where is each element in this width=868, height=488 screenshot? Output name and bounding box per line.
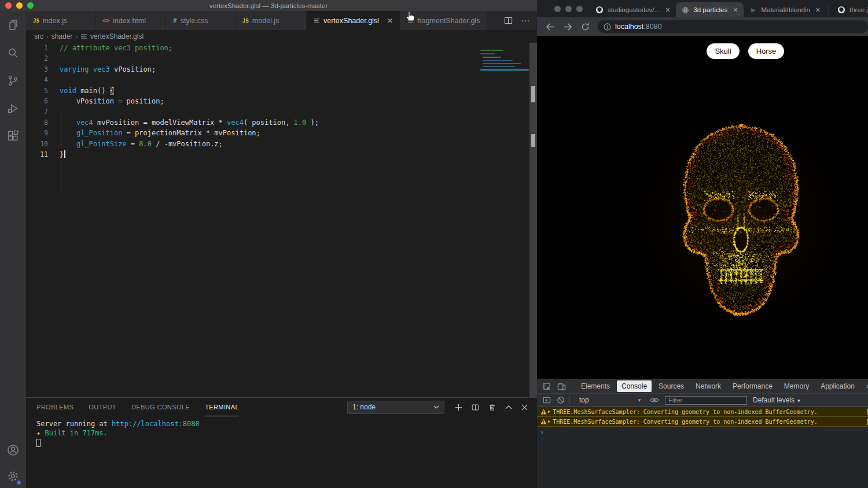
close-tab-icon[interactable]: ✕: [731, 6, 739, 14]
panel-tab-debug-console[interactable]: DEBUG CONSOLE: [131, 398, 190, 416]
line-number: 4: [26, 75, 48, 85]
site-info-icon[interactable]: [604, 23, 611, 31]
devtools-tab-memory[interactable]: Memory: [779, 380, 814, 392]
close-window-button[interactable]: [554, 6, 561, 12]
code-line-1[interactable]: 1// attribute vec3 position;: [26, 43, 537, 53]
github-favicon: [595, 6, 604, 14]
maximize-panel-icon[interactable]: [505, 405, 512, 409]
terminal-cursor: [36, 439, 41, 447]
code-text: varying vec3 vPosition;: [48, 64, 156, 75]
zoom-window-button[interactable]: [576, 6, 583, 12]
terminal-shell-select[interactable]: 1: node: [347, 401, 444, 414]
code-line-2[interactable]: 2: [26, 53, 537, 64]
caret-down-icon: ▼: [796, 398, 801, 404]
close-panel-icon[interactable]: [521, 404, 528, 411]
breadcrumb-item[interactable]: shader: [52, 32, 73, 40]
editor-tabs: JSindex.js<>index.html#style.cssJSmodel.…: [26, 11, 487, 30]
close-tab-icon[interactable]: ✕: [814, 6, 822, 14]
editor-tab-index.html[interactable]: <>index.html: [95, 11, 166, 30]
devtools-tab-sources[interactable]: Sources: [654, 380, 689, 392]
close-tab-icon[interactable]: ✕: [386, 17, 394, 25]
split-editor-icon[interactable]: [504, 16, 513, 25]
close-tab-icon[interactable]: ✕: [664, 6, 671, 14]
code-line-6[interactable]: 6 vPosition = position;: [26, 96, 537, 106]
minimap[interactable]: [480, 50, 529, 84]
devtools-tab-performance[interactable]: Performance: [728, 380, 777, 392]
panel-tab-problems[interactable]: PROBLEMS: [36, 398, 73, 416]
browser-tab-3d-particles[interactable]: 3d particles✕: [676, 2, 744, 17]
code-line-9[interactable]: 9 gl_Position = projectionMatrix * mvPos…: [26, 128, 537, 138]
devtools-tab-console[interactable]: Console: [617, 380, 652, 392]
settings-icon[interactable]: [0, 464, 26, 488]
minimize-window-button[interactable]: [565, 6, 572, 12]
devtools-tab-elements[interactable]: Elements: [576, 380, 615, 392]
particle-skull-canvas[interactable]: [537, 36, 868, 379]
code-line-10[interactable]: 10 gl_PointSize = 8.0 / -mvPosition.z;: [26, 139, 537, 149]
eye-icon[interactable]: [650, 397, 659, 404]
reload-icon[interactable]: [581, 23, 590, 31]
panel-tab-terminal[interactable]: TERMINAL: [205, 398, 239, 416]
search-icon[interactable]: [0, 39, 26, 66]
console-warning-row[interactable]: ▶THREE.MeshSurfaceSampler: Converting ge…: [537, 417, 868, 427]
panel-tab-output[interactable]: OUTPUT: [89, 398, 116, 416]
device-toolbar-icon[interactable]: [557, 382, 566, 391]
clear-console-icon[interactable]: [557, 396, 565, 404]
editor-scrollbar[interactable]: [529, 43, 537, 409]
back-icon[interactable]: [545, 23, 555, 31]
terminal-link[interactable]: http://localhost:8080: [112, 420, 200, 428]
chrome-window-controls[interactable]: [554, 6, 583, 12]
devtools: ElementsConsoleSourcesNetworkPerformance…: [537, 379, 868, 488]
new-terminal-icon[interactable]: [455, 404, 462, 411]
expand-icon[interactable]: ▶: [548, 409, 550, 414]
code-line-3[interactable]: 3varying vec3 vPosition;: [26, 64, 537, 75]
devtools-tab-application[interactable]: Application: [816, 380, 859, 392]
split-terminal-icon[interactable]: [472, 404, 479, 411]
breadcrumb-file[interactable]: vertexShader.glsl: [90, 32, 144, 40]
glsl-file-icon: [314, 17, 320, 24]
console-filter-input[interactable]: [665, 396, 747, 405]
code-line-4[interactable]: 4: [26, 75, 537, 85]
extensions-icon[interactable]: [0, 122, 26, 150]
editor-tab-vertexShader.glsl[interactable]: vertexShader.glsl✕: [307, 11, 400, 30]
browser-tab-three-js-ex[interactable]: three.js/ex: [832, 2, 868, 17]
run-debug-icon[interactable]: [0, 94, 26, 122]
devtools-tab-network[interactable]: Network: [691, 380, 726, 392]
breadcrumb-item[interactable]: src: [34, 32, 43, 40]
inspect-element-icon[interactable]: [543, 382, 551, 391]
code-line-8[interactable]: 8 vec4 mvPosition = modelViewMatrix * ve…: [26, 117, 537, 128]
console-prompt[interactable]: ›: [537, 427, 868, 437]
vscode-titlebar[interactable]: vertexShader.glsl — 3d-particles-master: [0, 0, 537, 11]
editor-tab-fragmentShader.gls[interactable]: fragmentShader.gls: [400, 11, 487, 30]
editor-tab-model.js[interactable]: JSmodel.js: [236, 11, 307, 30]
code-editor[interactable]: 1// attribute vec3 position;23varying ve…: [26, 43, 537, 409]
expand-icon[interactable]: ▶: [548, 419, 550, 424]
explorer-icon[interactable]: [0, 11, 26, 39]
js-file-icon: JS: [242, 18, 249, 24]
browser-tab-material-blendin[interactable]: Material#blendin✕: [744, 2, 826, 17]
url-port: :8080: [643, 23, 661, 31]
console-warning-row[interactable]: ▶THREE.MeshSurfaceSampler: Converting ge…: [537, 407, 868, 417]
js-context-select[interactable]: top ▼: [579, 396, 642, 404]
browser-tab-studiogustodev-[interactable]: studiogustodev/...✕: [590, 2, 676, 17]
source-control-icon[interactable]: [0, 66, 26, 94]
devtools-tab--[interactable]: »: [862, 380, 868, 392]
more-actions-icon[interactable]: ⋯: [521, 16, 530, 26]
console-message-text: THREE.MeshSurfaceSampler: Converting geo…: [553, 409, 818, 415]
editor-actions: ⋯: [504, 11, 537, 30]
log-levels-select[interactable]: Default levels ▼: [753, 396, 801, 404]
kill-terminal-icon[interactable]: [488, 404, 496, 411]
forward-icon[interactable]: [563, 23, 573, 31]
editor-tab-index.js[interactable]: JSindex.js: [26, 11, 95, 30]
code-line-5[interactable]: 5void main() {: [26, 86, 537, 96]
address-bar[interactable]: localhost :8080: [598, 20, 868, 33]
settings-badge: [17, 480, 21, 485]
editor-tab-style.css[interactable]: #style.css: [166, 11, 236, 30]
accounts-icon[interactable]: [0, 436, 26, 464]
console-sidebar-icon[interactable]: [543, 396, 551, 404]
skull-button[interactable]: Skull: [707, 43, 740, 59]
terminal[interactable]: Server running at http://localhost:8080✦…: [26, 416, 537, 450]
code-line-11[interactable]: 11}: [26, 149, 537, 160]
code-line-7[interactable]: 7: [26, 106, 537, 117]
code-text: gl_Position = projectionMatrix * mvPosit…: [48, 128, 260, 138]
horse-button[interactable]: Horse: [748, 43, 784, 59]
